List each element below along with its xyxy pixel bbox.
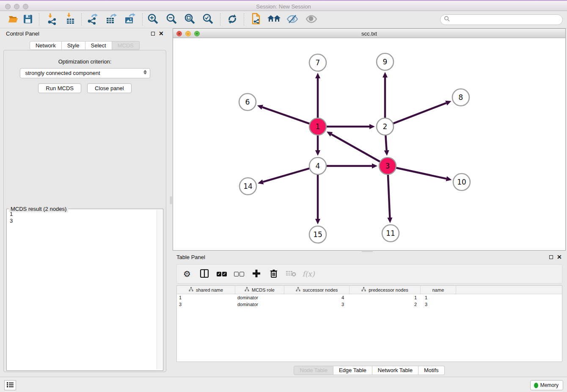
table-cell[interactable]: 2 — [350, 301, 421, 308]
column-label: shared name — [196, 287, 223, 293]
toolbar-separator — [142, 13, 143, 26]
hide-detail-button[interactable] — [285, 12, 300, 27]
result-item[interactable]: 1 — [10, 211, 157, 218]
new-network-from-selection-button[interactable] — [248, 12, 264, 27]
vertical-splitter[interactable] — [169, 195, 173, 206]
show-detail-button[interactable] — [304, 12, 319, 27]
close-panel-button[interactable]: Close panel — [87, 83, 132, 93]
tab-motifs[interactable]: Motifs — [418, 366, 445, 375]
graph-node-9[interactable]: 9 — [377, 53, 394, 70]
zoom-out-button[interactable] — [164, 12, 179, 27]
column-header-mcds-role[interactable]: MCDS role — [235, 286, 284, 294]
graph-node-7[interactable]: 7 — [309, 54, 326, 71]
tab-edge-table[interactable]: Edge Table — [333, 366, 372, 375]
function-builder-button[interactable]: f(x) — [303, 269, 314, 279]
graph-node-11[interactable]: 11 — [382, 225, 399, 242]
tab-node-table[interactable]: Node Table — [294, 366, 333, 375]
graph-node-8[interactable]: 8 — [452, 89, 469, 106]
run-mcds-button[interactable]: Run MCDS — [38, 83, 81, 93]
result-item[interactable]: 3 — [10, 218, 157, 224]
graph-node-10[interactable]: 10 — [453, 174, 470, 190]
export-network-button[interactable] — [85, 12, 100, 27]
table-header: shared name MCDS role successor nodes pr… — [177, 286, 562, 294]
graph-edge-3-10[interactable] — [396, 168, 446, 179]
column-header-name[interactable]: name — [421, 286, 456, 294]
graph-edge-2-8[interactable] — [393, 103, 446, 123]
tab-network-table[interactable]: Network Table — [372, 366, 418, 375]
export-image-button[interactable] — [122, 12, 137, 27]
task-history-button[interactable] — [4, 380, 16, 390]
graph-edge-3-11[interactable] — [388, 174, 390, 218]
select-all-button[interactable]: ✓✓ — [217, 269, 227, 279]
control-panel-tabs: Network Style Select MCDS — [0, 41, 169, 50]
import-network-button[interactable] — [44, 12, 60, 27]
zoom-selected-button[interactable] — [201, 12, 216, 27]
float-panel-icon[interactable] — [151, 32, 155, 36]
graph-edge-1-6[interactable] — [262, 107, 310, 124]
show-column-panel-button[interactable] — [199, 269, 209, 279]
search-field[interactable] — [440, 14, 563, 25]
graph-node-14[interactable]: 14 — [239, 178, 256, 195]
trash-icon — [270, 269, 278, 279]
criterion-label: Optimization criterion: — [4, 58, 166, 65]
result-scrollbar[interactable] — [157, 210, 162, 370]
column-header-successor-nodes[interactable]: successor nodes — [284, 286, 350, 294]
table-delete-icon — [286, 270, 297, 279]
table-cell[interactable]: 1 — [421, 294, 456, 301]
table-cell[interactable]: dominator — [235, 294, 284, 301]
graph-node-3[interactable]: 3 — [379, 157, 396, 174]
refresh-button[interactable] — [225, 12, 240, 27]
zoom-in-icon — [147, 13, 160, 27]
graph-edge-arrow-2-3 — [384, 150, 389, 156]
home-button[interactable] — [267, 12, 282, 27]
column-header-predecessor-nodes[interactable]: predecessor nodes — [350, 286, 421, 294]
table-cell[interactable]: 3 — [177, 301, 235, 308]
deselect-all-button[interactable] — [234, 269, 244, 279]
tab-select[interactable]: Select — [85, 41, 112, 50]
zoom-in-button[interactable] — [146, 12, 161, 27]
save-session-button[interactable] — [20, 12, 36, 27]
memory-button[interactable]: Memory — [530, 380, 563, 390]
graph-edge-2-3[interactable] — [385, 135, 386, 150]
graph-node-6[interactable]: 6 — [239, 94, 256, 110]
graph-edge-4-14[interactable] — [263, 168, 310, 182]
delete-table-button[interactable] — [286, 269, 296, 279]
close-table-panel-icon[interactable]: ✕ — [557, 255, 562, 259]
open-session-button[interactable] — [6, 12, 21, 27]
table-cell[interactable]: dominator — [235, 301, 284, 308]
graph-edge-3-1[interactable] — [331, 134, 380, 162]
float-table-panel-icon[interactable] — [549, 255, 553, 259]
table-cell[interactable]: 1 — [177, 294, 235, 301]
table-settings-button[interactable]: ⚙ — [182, 269, 192, 279]
tab-mcds[interactable]: MCDS — [112, 41, 140, 50]
control-panel-title: Control Panel — [6, 30, 39, 37]
table-row[interactable]: 1 dominator 4 1 1 — [177, 294, 562, 301]
network-canvas[interactable]: 7968124314101511 — [173, 38, 565, 250]
list-icon — [7, 382, 14, 389]
search-input[interactable] — [450, 17, 562, 23]
tab-network[interactable]: Network — [30, 41, 62, 50]
table-panel-title: Table Panel — [176, 254, 205, 260]
table-cell[interactable]: 4 — [284, 294, 350, 301]
graph-node-2[interactable]: 2 — [377, 118, 394, 135]
add-column-button[interactable] — [251, 269, 261, 279]
column-header-shared-name[interactable]: shared name — [177, 286, 235, 294]
table-cell[interactable]: 3 — [284, 301, 350, 308]
graph-node-15[interactable]: 15 — [309, 226, 326, 243]
export-table-button[interactable] — [103, 12, 118, 27]
import-table-button[interactable] — [63, 12, 78, 27]
import-table-icon — [64, 13, 77, 27]
table-row[interactable]: 3 dominator 3 2 3 — [177, 301, 562, 308]
graph-node-1[interactable]: 1 — [309, 118, 326, 135]
mcds-result-list[interactable]: 1 3 — [8, 211, 157, 370]
table-cell[interactable]: 3 — [421, 301, 456, 308]
delete-column-button[interactable] — [269, 269, 279, 279]
graph-node-4[interactable]: 4 — [309, 157, 326, 174]
close-panel-icon[interactable]: ✕ — [159, 31, 164, 36]
criterion-select[interactable]: strongly connected component — [20, 68, 150, 78]
network-window-titlebar[interactable]: ✕ − + scc.txt — [173, 29, 565, 38]
tab-style[interactable]: Style — [62, 41, 85, 50]
table-cell[interactable]: 1 — [350, 294, 421, 301]
eye-slash-icon — [286, 14, 299, 25]
zoom-fit-button[interactable] — [182, 12, 198, 27]
